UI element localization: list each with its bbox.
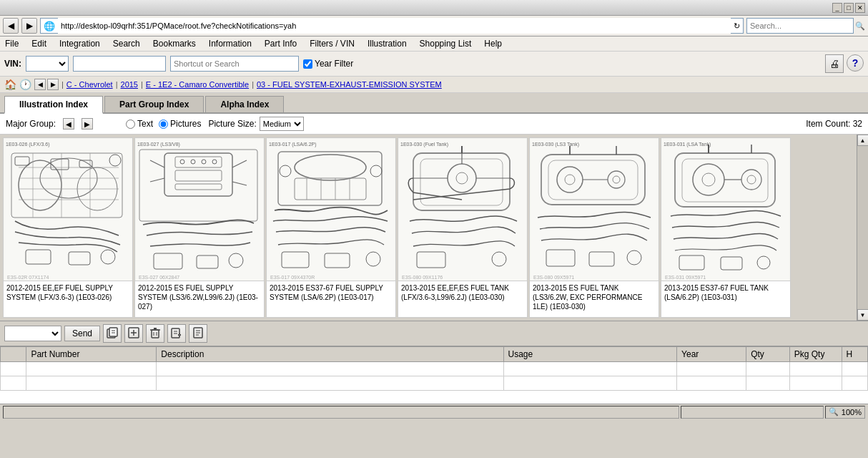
parts-table-container: Part Number Description Usage Year Qty P… [0,346,868,404]
illustration-card-1[interactable]: 1E03-026 (LFX/3.6) [3,137,133,318]
help-icon: ? [852,57,859,69]
menu-file[interactable]: File [3,38,21,49]
menu-help[interactable]: Help [482,38,504,49]
notes-button[interactable] [189,324,207,343]
year-filter-checkbox-label[interactable]: Year Filter [303,59,353,69]
illustration-card-2[interactable]: 1E03-027 (LS3/V8) [134,137,265,318]
tab-alpha-index[interactable]: Alpha Index [205,96,284,112]
year-filter-checkbox[interactable] [303,59,312,69]
window-titlebar: _ □ ✕ [0,0,868,16]
tab-part-group-index[interactable]: Part Group Index [104,96,204,112]
refresh-button[interactable]: ↻ [734,21,740,31]
svg-text:1E03-017 (LSA/6.2P): 1E03-017 (LSA/6.2P) [269,142,317,147]
illustration-scrollbar[interactable]: ▲ ▼ [857,135,868,321]
illustration-svg-5: 1E03-030 (LS3 Tank) [531,139,658,281]
browser-toolbar: ◀ ▶ 🌐 ↻ 🔍 [0,16,868,36]
scroll-up-button[interactable]: ▲ [857,135,869,146]
maximize-button[interactable]: □ [844,3,854,13]
home-icon[interactable]: 🏠 [4,79,16,90]
menu-shopping-list[interactable]: Shopping List [418,38,474,49]
print-button[interactable]: 🖨 [825,54,844,73]
tab-illustration-index[interactable]: Illustration Index [4,96,103,114]
illustration-image-4: 1E03-030 (Fuel Tank) [398,138,527,281]
breadcrumb-forward-button[interactable]: ▶ [47,79,59,90]
menu-edit[interactable]: Edit [29,38,49,49]
illustration-label-1: 2012-2015 EE,EF FUEL SUPPLY SYSTEM (LFX/… [4,281,132,304]
breadcrumb-system[interactable]: 03 - FUEL SYSTEM-EXHAUST-EMISSION SYSTEM [257,80,442,89]
send-button[interactable]: Send [64,326,100,341]
globe-icon: 🌐 [44,21,55,31]
col-header-h[interactable]: H [842,347,867,362]
col-header-desc[interactable]: Description [157,347,503,362]
picture-size-select[interactable]: Small Medium Large [260,117,304,131]
menu-search[interactable]: Search [111,38,142,49]
svg-text:E3S-031 09X5971: E3S-031 09X5971 [665,275,706,280]
scroll-down-button[interactable]: ▼ [857,309,869,321]
illustration-svg-2: 1E03-027 (LS3/V8) [136,139,263,281]
breadcrumb-model[interactable]: E - 1E2 - Camaro Convertible [146,80,249,89]
app-toolbar: VIN: Year Filter 🖨 ? [0,52,868,77]
forward-button[interactable]: ▶ [21,18,37,34]
clock-icon[interactable]: 🕐 [19,79,31,90]
menu-integration[interactable]: Integration [57,38,102,49]
breadcrumb-year[interactable]: 2015 [121,80,138,89]
major-group-prev-button[interactable]: ◀ [63,118,74,130]
illustration-label-3: 2013-2015 ES37-67 FUEL SUPPLY SYSTEM (LS… [267,281,395,304]
address-input[interactable] [58,18,731,34]
illustration-card-4[interactable]: 1E03-030 (Fuel Tank) [398,137,528,318]
action-dropdown[interactable] [4,326,61,341]
illustration-svg-6: 1E03-031 (LSA Tank) [662,139,789,281]
text-radio[interactable] [126,120,135,129]
edit-button[interactable] [167,324,186,343]
col-header-pkgqty[interactable]: Pkg Qty [789,347,842,362]
browser-search-input[interactable] [746,18,854,34]
menu-information[interactable]: Information [207,38,254,49]
breadcrumb-back-button[interactable]: ◀ [34,79,46,90]
add-icon [127,326,140,341]
status-secondary [681,406,824,419]
menu-illustration[interactable]: Illustration [365,38,409,49]
back-button[interactable]: ◀ [3,18,19,34]
pictures-radio-label[interactable]: Pictures [159,119,201,129]
search-icon[interactable]: 🔍 [855,21,865,31]
col-header-partnum[interactable]: Part Number [26,347,157,362]
menu-partinfo[interactable]: Part Info [262,38,299,49]
help-button[interactable]: ? [847,54,864,72]
notes-icon [192,326,204,341]
illustration-label-5: 2013-2015 ES FUEL TANK (LS3/6.2W, EXC PE… [530,281,659,313]
vin-input[interactable] [73,56,166,72]
illustration-grid-wrapper: 1E03-026 (LFX/3.6) [0,135,857,321]
year-filter-label: Year Filter [315,59,353,69]
picture-size-label: Picture Size: [208,119,256,129]
parts-table: Part Number Description Usage Year Qty P… [0,346,868,391]
illustration-image-5: 1E03-030 (LS3 Tank) [530,138,659,281]
status-main [3,406,679,419]
svg-text:1E03-031 (LSA Tank): 1E03-031 (LSA Tank) [664,142,711,147]
vin-select[interactable] [26,56,69,72]
minimize-button[interactable]: _ [832,3,842,13]
pictures-radio-text: Pictures [170,119,201,129]
illustration-svg-1: 1E03-026 (LFX/3.6) [4,139,132,281]
breadcrumb-chevrolet[interactable]: C - Chevrolet [66,80,113,89]
illustration-image-3: 1E03-017 (LSA/6.2P) [267,138,395,281]
col-header-usage[interactable]: Usage [503,347,677,362]
illustration-card-3[interactable]: 1E03-017 (LSA/6.2P) [266,137,396,318]
delete-button[interactable] [146,324,164,343]
add-button[interactable] [124,324,143,343]
statusbar: 🔍 100% [0,404,868,419]
col-header-qty[interactable]: Qty [746,347,790,362]
close-button[interactable]: ✕ [855,3,865,13]
illustration-card-5[interactable]: 1E03-030 (LS3 Tank) [529,137,659,318]
illustration-card-6[interactable]: 1E03-031 (LSA Tank) [661,137,791,318]
col-header-year[interactable]: Year [677,347,746,362]
copy-button[interactable] [103,324,122,343]
menu-bookmarks[interactable]: Bookmarks [151,38,198,49]
text-radio-label[interactable]: Text [126,119,153,129]
major-group-next-button[interactable]: ▶ [82,118,93,130]
shortcut-search-input[interactable] [170,56,299,72]
menu-filters-vin[interactable]: Filters / VIN [307,38,357,49]
svg-rect-104 [152,330,159,338]
svg-text:1E03-027 (LS3/V8): 1E03-027 (LS3/V8) [137,142,180,147]
pictures-radio[interactable] [159,120,168,129]
scroll-track[interactable] [857,146,869,309]
